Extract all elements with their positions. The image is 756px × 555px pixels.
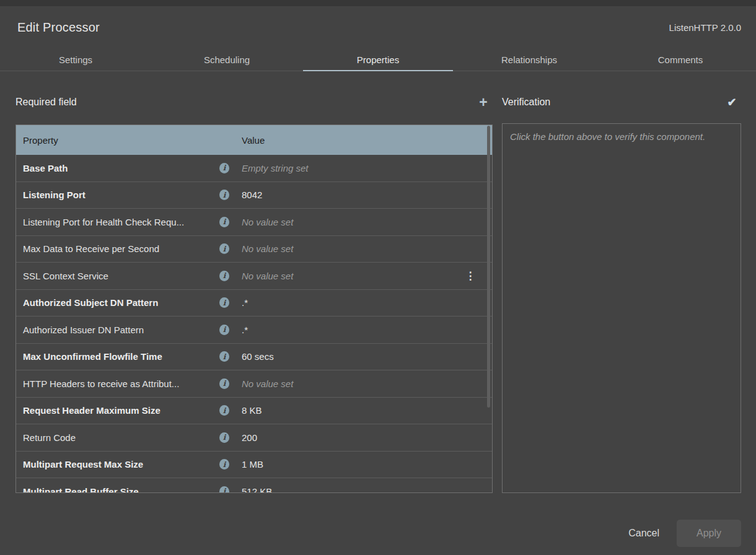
property-value[interactable]: No value set [242, 378, 492, 389]
property-row[interactable]: Authorized Subject DN Patterni.* [16, 290, 492, 317]
property-row[interactable]: Multipart Request Max Sizei1 MB [16, 452, 492, 479]
more-options-button[interactable]: ⋮ [464, 268, 477, 284]
dialog-body: Required field + Verification ✔ Property… [0, 71, 756, 555]
backdrop-edge [0, 0, 756, 6]
tab-label: Properties [357, 55, 399, 65]
property-row[interactable]: Base PathiEmpty string set [16, 155, 492, 182]
tab-label: Scheduling [204, 55, 250, 65]
property-value[interactable]: No value set [242, 271, 492, 281]
property-value[interactable]: 512 KB [242, 486, 492, 493]
property-name: Authorized Subject DN Pattern [16, 297, 219, 308]
tab-properties[interactable]: Properties [302, 48, 454, 71]
properties-panel-header: Required field + [15, 93, 493, 111]
tab-settings[interactable]: Settings [0, 48, 151, 71]
tab-comments[interactable]: Comments [605, 48, 756, 71]
check-icon: ✔ [727, 97, 736, 108]
info-icon[interactable]: i [219, 351, 229, 362]
property-name: Max Data to Receive per Second [16, 243, 219, 254]
tab-bar: SettingsSchedulingPropertiesRelationship… [0, 48, 756, 71]
tab-relationships[interactable]: Relationships [454, 48, 605, 71]
processor-version: ListenHTTP 2.0.0 [669, 22, 741, 33]
property-row[interactable]: Authorized Issuer DN Patterni.* [16, 317, 492, 344]
info-icon[interactable]: i [219, 243, 229, 254]
property-value[interactable]: No value set [242, 243, 492, 254]
column-header-value: Value [242, 135, 492, 146]
tab-scheduling[interactable]: Scheduling [151, 48, 302, 71]
apply-button[interactable]: Apply [677, 520, 741, 547]
property-row[interactable]: Multipart Read Buffer Sizei512 KB [16, 478, 492, 493]
property-value[interactable]: .* [242, 297, 492, 308]
table-rows: Base PathiEmpty string setListening Port… [16, 155, 492, 493]
property-row[interactable]: Max Data to Receive per SecondiNo value … [16, 236, 492, 263]
property-name: Return Code [16, 432, 219, 443]
property-row[interactable]: HTTP Headers to receive as Attribut...iN… [16, 370, 492, 398]
property-row[interactable]: Request Header Maximum Sizei8 KB [16, 398, 492, 425]
table-scrollbar[interactable] [487, 126, 490, 408]
property-row[interactable]: Max Unconfirmed Flowfile Timei60 secs [16, 344, 492, 371]
tab-label: Comments [658, 55, 703, 65]
info-icon[interactable]: i [219, 432, 229, 443]
info-icon[interactable]: i [219, 459, 229, 470]
property-name: Authorized Issuer DN Pattern [16, 325, 219, 335]
required-field-label: Required field [15, 97, 77, 108]
property-name: Request Header Maximum Size [16, 405, 219, 416]
cancel-button[interactable]: Cancel [626, 528, 662, 539]
kebab-menu-icon: ⋮ [465, 271, 476, 281]
property-value[interactable]: 200 [242, 432, 492, 443]
dialog-title: Edit Processor [17, 20, 100, 35]
property-name: Multipart Read Buffer Size [16, 486, 219, 493]
properties-table: Property Value Base PathiEmpty string se… [15, 125, 493, 493]
property-row[interactable]: Return Codei200 [16, 424, 492, 452]
property-name: Max Unconfirmed Flowfile Time [16, 351, 219, 362]
property-value[interactable]: 60 secs [242, 351, 492, 362]
property-value[interactable]: No value set [242, 217, 492, 227]
add-property-button[interactable]: + [474, 93, 493, 111]
info-icon[interactable]: i [219, 297, 229, 308]
info-icon[interactable]: i [219, 325, 229, 335]
tab-label: Relationships [501, 55, 557, 65]
info-icon[interactable]: i [219, 486, 229, 493]
info-icon[interactable]: i [219, 163, 229, 173]
property-value[interactable]: .* [242, 325, 492, 335]
verification-message: Click the button above to verify this co… [510, 129, 733, 144]
info-icon[interactable]: i [219, 217, 229, 227]
verification-label: Verification [502, 97, 550, 108]
verification-panel: Click the button above to verify this co… [502, 123, 741, 493]
plus-icon: + [479, 95, 487, 110]
info-icon[interactable]: i [219, 378, 229, 389]
property-name: Multipart Request Max Size [16, 459, 219, 470]
info-icon[interactable]: i [219, 271, 229, 281]
dialog-footer: Cancel Apply [626, 520, 741, 547]
property-row[interactable]: Listening Port for Health Check Requ...i… [16, 209, 492, 236]
verify-button[interactable]: ✔ [723, 93, 741, 111]
property-name: SSL Context Service [16, 271, 219, 281]
info-icon[interactable]: i [219, 190, 229, 200]
property-name: Listening Port for Health Check Requ... [16, 217, 219, 227]
property-value[interactable]: 8042 [242, 190, 492, 200]
property-name: HTTP Headers to receive as Attribut... [16, 378, 219, 389]
verification-panel-header: Verification ✔ [502, 93, 741, 111]
property-value[interactable]: 1 MB [242, 459, 492, 470]
property-name: Base Path [16, 163, 219, 173]
property-name: Listening Port [16, 190, 219, 200]
dialog-header: Edit Processor ListenHTTP 2.0.0 [0, 6, 756, 48]
column-header-property: Property [16, 135, 219, 146]
tab-label: Settings [59, 55, 92, 65]
property-value[interactable]: 8 KB [242, 405, 492, 416]
property-row[interactable]: SSL Context ServiceiNo value set⋮ [16, 263, 492, 290]
property-value[interactable]: Empty string set [242, 163, 492, 173]
info-icon[interactable]: i [219, 405, 229, 416]
table-header-row: Property Value [16, 125, 492, 155]
property-row[interactable]: Listening Porti8042 [16, 182, 492, 209]
